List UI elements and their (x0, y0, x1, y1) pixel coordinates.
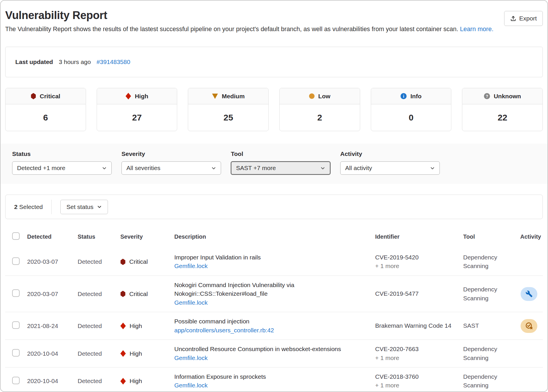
export-icon (510, 16, 516, 22)
severity-card: ? Unknown 22 (462, 88, 543, 131)
page-title: Vulnerability Report (5, 9, 543, 22)
vulnerability-title-link[interactable]: Nokogiri Command Injection Vulnerability… (174, 281, 363, 298)
severity-high-icon (120, 378, 126, 385)
vulnerability-title-link[interactable]: Information Exposure in sprockets (174, 372, 363, 381)
status-value: Detected (78, 291, 120, 297)
header-identifier: Identifier (375, 233, 463, 240)
tool-value: Dependency Scanning (463, 345, 515, 362)
table-row: 2020-10-04 Detected High Uncontrolled Re… (5, 340, 543, 367)
learn-more-link[interactable]: Learn more. (460, 26, 493, 33)
filter-dropdown-value: SAST +7 more (236, 165, 276, 171)
vulnerability-title-link[interactable]: Uncontrolled Resource Consumption in web… (174, 345, 363, 353)
filter-label-tool: Tool (231, 150, 330, 157)
identifier-more: + 1 more (375, 354, 452, 362)
filter-dropdown-severity[interactable]: All severities (121, 161, 221, 175)
location-link[interactable]: Gemfile.lock (174, 262, 208, 270)
fix-available-icon (521, 287, 537, 301)
last-updated-label: Last updated (15, 59, 53, 65)
tool-value: Dependency Scanning (463, 285, 515, 303)
severity-label: Critical (129, 258, 148, 265)
identifier-value: CVE-2019-5477 (375, 289, 452, 298)
severity-card-count: 0 (371, 104, 451, 131)
vulnerability-title-link[interactable]: Improper Input Validation in rails (174, 253, 363, 262)
filter-label-activity: Activity (340, 150, 440, 157)
severity-info-icon: i (401, 93, 407, 99)
table-row: 2020-10-04 Detected High Information Exp… (5, 367, 543, 392)
severity-card-label: Critical (40, 93, 60, 100)
row-checkbox[interactable] (12, 377, 20, 384)
page-subtitle: The Vulnerability Report shows the resul… (5, 26, 543, 33)
last-updated-time: 3 hours ago (59, 59, 91, 65)
identifier-value: CVE-2018-3760 (375, 372, 452, 381)
issue-created-icon (521, 319, 537, 333)
row-checkbox[interactable] (12, 321, 20, 329)
severity-card-label: Medium (222, 93, 245, 100)
header-severity: Severity (120, 233, 174, 240)
row-checkbox[interactable] (12, 257, 20, 265)
severity-critical-icon (120, 259, 126, 265)
detected-date: 2020-03-07 (27, 258, 78, 265)
status-value: Detected (78, 350, 120, 357)
severity-high-icon (120, 323, 126, 329)
vulnerability-title-link[interactable]: Possible command injection (174, 317, 363, 326)
export-button-label: Export (519, 15, 537, 22)
severity-card: Medium 25 (188, 88, 269, 131)
location-link[interactable]: app/controllers/users_controller.rb:42 (174, 326, 274, 335)
status-value: Detected (78, 378, 120, 385)
identifier-value: Brakeman Warning Code 14 (375, 321, 452, 330)
severity-card-label: Low (318, 93, 330, 100)
severity-card-label: Unknown (494, 93, 521, 100)
export-button[interactable]: Export (504, 11, 543, 26)
identifier-more: + 1 more (375, 262, 452, 270)
tool-value: Dependency Scanning (463, 372, 515, 390)
severity-card: Low 2 (279, 88, 360, 131)
vulnerability-table: Detected Status Severity Description Ide… (5, 225, 543, 392)
select-all-checkbox[interactable] (12, 232, 20, 240)
header-tool: Tool (463, 233, 515, 240)
filter-dropdown-value: Detected +1 more (17, 165, 66, 171)
row-checkbox[interactable] (12, 289, 20, 297)
set-status-button[interactable]: Set status (60, 200, 108, 214)
severity-card-count: 25 (188, 104, 268, 131)
severity-unknown-icon: ? (484, 93, 490, 99)
severity-high-icon (126, 93, 131, 99)
severity-label: Critical (129, 291, 148, 297)
severity-card-label: High (135, 93, 148, 100)
chevron-down-icon (102, 166, 107, 171)
severity-card-count: 22 (462, 104, 543, 131)
tool-value: SAST (463, 321, 515, 330)
severity-label: High (130, 350, 142, 357)
filter-group: Severity All severities (121, 150, 221, 175)
severity-label: High (130, 323, 142, 329)
severity-card-label: Info (410, 93, 421, 100)
row-checkbox[interactable] (12, 349, 20, 357)
chevron-down-icon (97, 204, 102, 209)
location-link[interactable]: Gemfile.lock (174, 354, 208, 362)
filter-label-status: Status (12, 150, 112, 157)
filter-label-severity: Severity (121, 150, 221, 157)
filter-bar: Status Detected +1 more Severity All sev… (1, 144, 547, 184)
divider (51, 200, 52, 214)
identifier-value: CVE-2020-7663 (375, 345, 452, 353)
header-activity: Activity (515, 233, 543, 240)
severity-critical-icon (120, 291, 126, 297)
pipeline-link[interactable]: #391483580 (97, 59, 130, 65)
filter-dropdown-value: All severities (126, 165, 160, 171)
severity-low-icon (309, 93, 315, 99)
severity-card-count: 6 (5, 104, 86, 131)
filter-dropdown-activity[interactable]: All activity (340, 161, 440, 175)
severity-card: i Info 0 (371, 88, 452, 131)
location-link[interactable]: Gemfile.lock (174, 381, 208, 390)
location-link[interactable]: Gemfile.lock (174, 298, 208, 307)
severity-high-icon (120, 350, 126, 357)
severity-card: Critical 6 (5, 88, 86, 131)
filter-dropdown-tool[interactable]: SAST +7 more (231, 161, 330, 175)
detected-date: 2020-10-04 (27, 350, 78, 357)
severity-summary: Critical 6 High 27 Medium 25 Low 2 i Inf… (5, 88, 543, 131)
identifier-value: CVE-2019-5420 (375, 253, 452, 262)
last-updated-box: Last updated 3 hours ago #391483580 (5, 47, 543, 77)
filter-dropdown-status[interactable]: Detected +1 more (12, 161, 112, 175)
filter-group: Tool SAST +7 more (231, 150, 330, 175)
status-value: Detected (78, 258, 120, 265)
status-value: Detected (78, 323, 120, 329)
